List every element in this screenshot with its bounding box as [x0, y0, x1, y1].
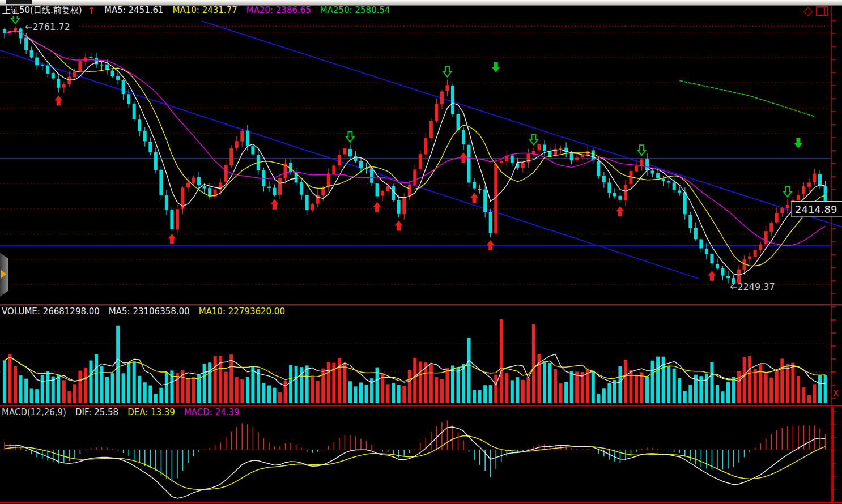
expand-right-icon	[1, 270, 6, 278]
axis-corner-label: X	[833, 388, 839, 399]
last-price-value: 2414.89	[795, 203, 837, 215]
chart-corner-toolbar: ◇	[803, 6, 828, 16]
split-window-icon[interactable]	[816, 6, 828, 16]
diamond-icon[interactable]: ◇	[803, 6, 813, 16]
chart-canvas[interactable]	[0, 0, 842, 504]
sidebar-collapse-handle[interactable]	[0, 253, 8, 297]
trading-app-window: 上证50(日线.前复权) ↑ MA5: 2451.61 MA10: 2431.7…	[0, 0, 842, 504]
last-price-label: 2414.89	[791, 201, 842, 217]
